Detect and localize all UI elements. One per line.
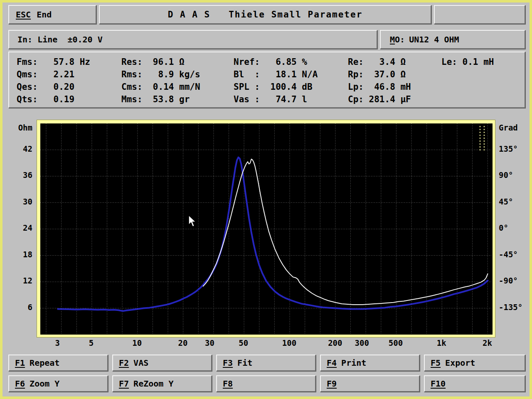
param-bl: Bl : 18.1 N/A bbox=[234, 68, 348, 81]
ohm-axis-tick: 18 bbox=[23, 250, 32, 259]
param-cms: Cms: 0.14 mm/N bbox=[121, 81, 234, 93]
param-re: Re: 3.4 Ω bbox=[348, 56, 441, 68]
param-row-3: Qes: 0.20 Cms: 0.14 mm/N SPL : 100.4 dB … bbox=[17, 81, 525, 93]
f3-key: F3 bbox=[223, 358, 233, 368]
ohm-axis-tick: 30 bbox=[23, 197, 32, 206]
grad-axis-tick: 0° bbox=[499, 223, 508, 232]
x-axis-frequency: 35102030501002003005001k2k bbox=[40, 338, 492, 349]
impedance-plot-area[interactable] bbox=[40, 123, 493, 335]
param-qms: Qms: 2.21 bbox=[17, 68, 121, 81]
parameters-panel: Fms: 57.8 Hz Res: 96.1 Ω Nref: 6.85 % Re… bbox=[8, 52, 525, 108]
param-spl: SPL : 100.4 dB bbox=[234, 81, 348, 93]
f4-print-button[interactable]: F4Print bbox=[320, 355, 420, 371]
f7-label: ReZoom Y bbox=[133, 379, 173, 389]
daas-app-window: ESCEnd D A A S Thiele Small Parameter In… bbox=[0, 0, 532, 399]
f7-rezoom-y-button[interactable]: F7ReZoom Y bbox=[112, 375, 212, 392]
grad-axis-tick: 135° bbox=[499, 144, 518, 153]
ohm-axis-tick: 6 bbox=[28, 303, 32, 312]
frequency-axis-tick: 10 bbox=[132, 338, 142, 347]
param-mms: Mms: 53.8 gr bbox=[121, 93, 234, 106]
f8-button[interactable]: F8 bbox=[216, 375, 316, 392]
mouse-cursor bbox=[188, 215, 199, 229]
f5-key: F5 bbox=[431, 358, 441, 368]
impedance-chart bbox=[40, 123, 493, 335]
f8-key: F8 bbox=[223, 379, 233, 389]
blank-button[interactable] bbox=[434, 5, 525, 24]
frequency-axis-tick: 1k bbox=[437, 338, 446, 347]
f7-key: F7 bbox=[119, 379, 129, 389]
grad-axis-tick: 45° bbox=[499, 197, 513, 206]
frequency-axis-tick: 100 bbox=[282, 338, 296, 347]
param-row-4: Qts: 0.19 Mms: 53.8 gr Vas : 74.7 l Cp: … bbox=[17, 93, 525, 106]
model-name: UN12 4 OHM bbox=[409, 34, 459, 44]
esc-key-label: ESC bbox=[16, 10, 31, 20]
mo-hotkey: M bbox=[390, 34, 395, 44]
f3-fit-button[interactable]: F3Fit bbox=[216, 355, 316, 371]
f2-label: VAS bbox=[133, 358, 148, 368]
param-qts: Qts: 0.19 bbox=[17, 93, 121, 106]
f10-button[interactable]: F10 bbox=[424, 375, 525, 392]
f1-label: Repeat bbox=[30, 358, 59, 368]
input-level-panel: In: Line ±0.20 V bbox=[8, 30, 377, 49]
param-res: Res: 96.1 Ω bbox=[121, 56, 234, 68]
frequency-axis-tick: 3 bbox=[55, 338, 60, 347]
title-bar: D A A S Thiele Small Parameter bbox=[99, 5, 431, 24]
f6-label: Zoom Y bbox=[30, 379, 59, 389]
y-axis-left-title: Ohm bbox=[18, 123, 32, 132]
param-cp: Cp: 281.4 µF bbox=[348, 93, 441, 106]
frequency-axis-tick: 2k bbox=[483, 338, 492, 347]
f2-vas-button[interactable]: F2VAS bbox=[112, 355, 212, 371]
f6-key: F6 bbox=[15, 379, 25, 389]
f9-button[interactable]: F9 bbox=[320, 375, 420, 392]
ohm-axis-tick: 24 bbox=[23, 223, 32, 232]
f10-key: F10 bbox=[431, 379, 446, 389]
f6-zoom-y-button[interactable]: F6Zoom Y bbox=[8, 375, 108, 392]
param-rms: Rms: 8.9 kg/s bbox=[121, 68, 234, 81]
esc-end-button[interactable]: ESCEnd bbox=[8, 5, 96, 24]
ohm-axis-tick: 12 bbox=[23, 276, 32, 285]
param-row-2: Qms: 2.21 Rms: 8.9 kg/s Bl : 18.1 N/A Rp… bbox=[17, 68, 525, 81]
grad-axis-tick: 90° bbox=[499, 170, 513, 180]
impedance-chart-frame bbox=[37, 120, 495, 337]
page-title: D A A S Thiele Small Parameter bbox=[168, 10, 363, 20]
f1-repeat-button[interactable]: F1Repeat bbox=[8, 355, 108, 371]
ohm-axis-tick: 36 bbox=[23, 170, 32, 180]
model-panel[interactable]: MO:UN12 4 OHM bbox=[380, 30, 525, 49]
f5-export-button[interactable]: F5Export bbox=[424, 355, 525, 371]
frequency-axis-tick: 50 bbox=[239, 338, 248, 347]
y-axis-left: Ohm 4236302418126 bbox=[2, 120, 36, 337]
param-qes: Qes: 0.20 bbox=[17, 81, 121, 93]
f9-key: F9 bbox=[327, 379, 337, 389]
f3-label: Fit bbox=[237, 358, 252, 368]
frequency-axis-tick: 5 bbox=[89, 338, 94, 347]
param-lp: Lp: 46.8 mH bbox=[348, 81, 441, 93]
ohm-axis-tick: 42 bbox=[23, 144, 32, 153]
param-le: Le: 0.1 mH bbox=[441, 56, 525, 68]
frequency-axis-tick: 300 bbox=[355, 338, 369, 347]
frequency-axis-tick: 200 bbox=[328, 338, 342, 347]
f2-key: F2 bbox=[119, 358, 129, 368]
grad-axis-tick: -45° bbox=[499, 250, 518, 259]
y-axis-right-title: Grad bbox=[499, 123, 518, 132]
param-row-1: Fms: 57.8 Hz Res: 96.1 Ω Nref: 6.85 % Re… bbox=[17, 56, 525, 68]
input-level-text: In: Line ±0.20 V bbox=[17, 34, 103, 44]
param-vas: Vas : 74.7 l bbox=[234, 93, 348, 106]
esc-action-label: End bbox=[37, 10, 52, 20]
frequency-axis-tick: 30 bbox=[205, 338, 214, 347]
f4-key: F4 bbox=[327, 358, 337, 368]
grad-axis-tick: -135° bbox=[499, 303, 522, 312]
grad-axis-tick: -90° bbox=[499, 276, 518, 285]
param-fms: Fms: 57.8 Hz bbox=[17, 56, 121, 68]
f1-key: F1 bbox=[15, 358, 25, 368]
y-axis-right: Grad 135°90°45°0°-45°-90°-135° bbox=[496, 120, 532, 337]
param-nref: Nref: 6.85 % bbox=[234, 56, 348, 68]
mo-colon: O: bbox=[395, 34, 405, 44]
frequency-axis-tick: 500 bbox=[389, 338, 403, 347]
f4-label: Print bbox=[341, 358, 366, 368]
param-rp: Rp: 37.0 Ω bbox=[348, 68, 441, 81]
f5-label: Export bbox=[445, 358, 475, 368]
frequency-axis-tick: 20 bbox=[178, 338, 188, 347]
